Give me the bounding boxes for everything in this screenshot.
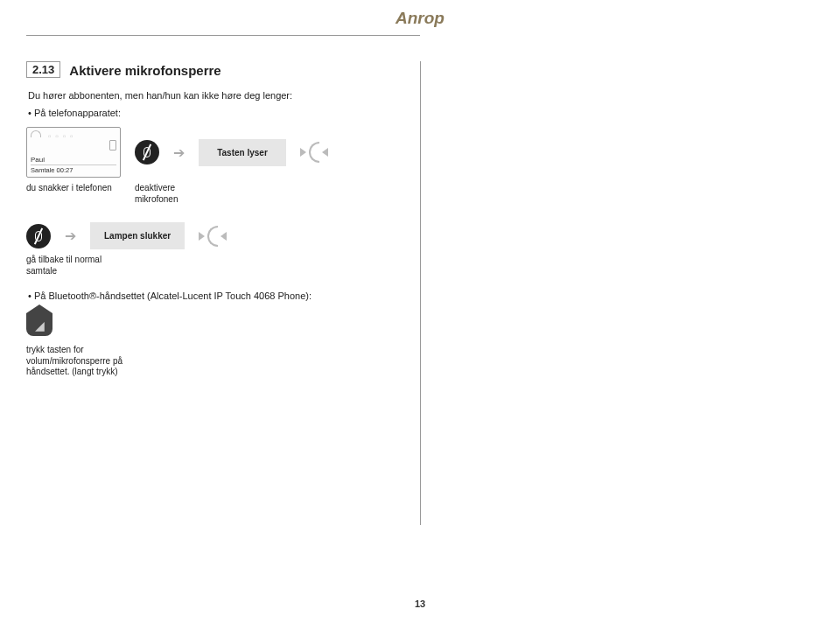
arrow-icon: ➔ [173, 144, 185, 161]
caption-bt-press: trykk tasten for volum/mikrofonsperre på… [26, 345, 149, 378]
section-title: Aktivere mikrofonsperre [69, 63, 220, 78]
bullet-headset: • På Bluetooth®-håndsettet (Alcatel-Luce… [28, 290, 404, 301]
status-box-lyser: Tasten lyser [199, 139, 286, 166]
section-head: 2.13 Aktivere mikrofonsperre [26, 61, 404, 78]
mute-icon [135, 140, 159, 164]
phone-caller-name: Paul [31, 156, 116, 164]
status-box-slukker: Lampen slukker [90, 222, 185, 249]
caption-deactivate: deaktivere mikrofonen [135, 183, 187, 205]
bluetooth-handset-icon: ◢ [26, 313, 52, 336]
arrow-icon: ➔ [65, 228, 76, 244]
bullet-device: • På telefonapparatet: [28, 108, 404, 118]
right-column [420, 61, 814, 525]
title-underline [26, 35, 814, 52]
left-column: 2.13 Aktivere mikrofonsperre Du hører ab… [26, 61, 420, 525]
handset-gesture-icon [199, 226, 227, 247]
mute-icon [26, 224, 51, 248]
caption-return-normal: gå tilbake til normal samtale [26, 255, 131, 276]
section-number: 2.13 [26, 61, 60, 78]
section-intro: Du hører abbonenten, men han/hun kan ikk… [28, 90, 404, 101]
handset-gesture-icon [300, 142, 328, 163]
page-title: Anrop [396, 9, 444, 27]
step-row-1: ▫ ▫ ▫ ▫ Paul Samtale 00:27 ➔ Tasten lyse… [26, 127, 404, 178]
phone-screen-icon: ▫ ▫ ▫ ▫ Paul Samtale 00:27 [26, 127, 121, 178]
phone-call-status: Samtale 00:27 [31, 164, 116, 174]
caption-screen: du snakker i telefonen [26, 183, 121, 194]
step-row-2: ➔ Lampen slukker [26, 222, 404, 249]
bt-row: ◢ [26, 313, 404, 336]
page-number: 13 [415, 598, 425, 609]
